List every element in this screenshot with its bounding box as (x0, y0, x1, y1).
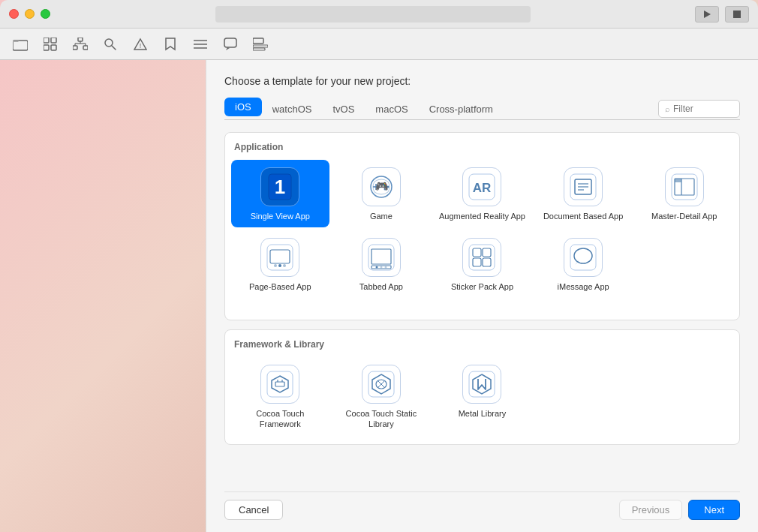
dialog: Choose a template for your new project: … (206, 60, 758, 532)
svg-text:1: 1 (275, 176, 285, 198)
svg-point-51 (283, 264, 286, 267)
ar-icon: AR (462, 167, 501, 206)
next-button[interactable]: Next (688, 500, 740, 520)
bookmark-icon[interactable] (162, 36, 179, 53)
previous-button[interactable]: Previous (619, 500, 683, 520)
single-view-icon: 1 (260, 167, 299, 206)
tabbed-icon (362, 238, 401, 277)
tab-macos[interactable]: macOS (365, 100, 418, 119)
metal-label: Metal Library (459, 408, 507, 419)
filter-icon: ⌕ (665, 104, 670, 113)
template-game[interactable]: 🎮 Game (332, 160, 431, 227)
game-label: Game (370, 211, 393, 221)
title-bar-right (695, 6, 749, 23)
application-section-label: Application (231, 142, 733, 152)
framework-section: Framework & Library (224, 329, 740, 446)
template-sticker-pack[interactable]: Sticker Pack App (433, 230, 531, 298)
tab-watchos[interactable]: watchOS (262, 100, 323, 119)
svg-rect-22 (224, 38, 236, 47)
master-detail-icon (665, 167, 704, 206)
page-based-label: Page-Based App (249, 281, 311, 292)
svg-rect-24 (253, 38, 263, 44)
template-ar[interactable]: AR Augmented Reality App (433, 160, 531, 227)
platform-tabs: iOS watchOS tvOS macOS Cross-platform ⌕ (224, 98, 740, 120)
search-icon[interactable] (102, 36, 119, 53)
main-content: Choose a template for your new project: … (0, 60, 758, 532)
svg-text:!: ! (140, 42, 142, 50)
folder-icon[interactable] (12, 36, 29, 53)
template-single-view[interactable]: 1 Single View App (231, 160, 329, 227)
svg-point-50 (278, 264, 281, 267)
warning-icon[interactable]: ! (132, 36, 149, 53)
template-master-detail[interactable]: Master-Detail App (635, 160, 733, 227)
svg-text:🎮: 🎮 (374, 180, 388, 193)
svg-point-49 (274, 264, 277, 267)
title-bar-search (215, 6, 531, 23)
minimize-button[interactable] (25, 9, 35, 19)
svg-rect-8 (73, 46, 77, 50)
tab-tvos[interactable]: tvOS (322, 100, 365, 119)
cocoa-framework-icon (260, 365, 299, 404)
svg-rect-25 (253, 45, 268, 47)
dialog-footer: Cancel Previous Next (224, 491, 740, 520)
framework-grid: Cocoa Touch Framework (231, 357, 733, 436)
master-detail-label: Master-Detail App (651, 211, 717, 221)
imessage-label: iMessage App (558, 281, 609, 292)
svg-point-56 (380, 266, 382, 269)
cocoa-framework-label: Cocoa Touch Framework (236, 408, 325, 430)
document-icon (564, 167, 603, 206)
svg-rect-66 (267, 371, 293, 397)
svg-rect-9 (83, 46, 88, 50)
svg-rect-1 (733, 11, 741, 18)
svg-line-15 (112, 46, 116, 50)
stop-button[interactable] (725, 6, 749, 23)
metal-icon (462, 365, 501, 404)
tab-ios[interactable]: iOS (224, 98, 262, 116)
filter-input[interactable] (673, 104, 733, 114)
framework-section-label: Framework & Library (231, 339, 733, 350)
svg-point-55 (375, 266, 377, 269)
run-button[interactable] (695, 6, 719, 23)
single-view-label: Single View App (251, 211, 310, 221)
tabbed-label: Tabbed App (359, 281, 403, 292)
content-area: Application 1 Single View App (224, 132, 740, 488)
template-imessage[interactable]: iMessage App (534, 230, 633, 298)
maximize-button[interactable] (41, 9, 50, 19)
template-tabbed[interactable]: Tabbed App (332, 230, 431, 298)
imessage-icon (564, 238, 603, 277)
cocoa-static-icon (362, 365, 401, 404)
svg-rect-6 (51, 45, 56, 50)
svg-rect-4 (51, 38, 56, 43)
title-bar-center (56, 6, 689, 23)
template-page-based[interactable]: Page-Based App (231, 230, 329, 298)
game-icon: 🎮 (362, 167, 401, 206)
sticker-pack-label: Sticker Pack App (451, 281, 513, 292)
application-grid: 1 Single View App (231, 160, 733, 299)
filter-box[interactable]: ⌕ (658, 100, 740, 118)
application-section: Application 1 Single View App (224, 132, 740, 320)
page-based-icon (260, 238, 299, 277)
label-icon[interactable] (252, 36, 269, 53)
close-button[interactable] (9, 9, 19, 19)
template-metal[interactable]: Metal Library (433, 357, 531, 436)
list-icon[interactable] (192, 36, 209, 53)
sticker-pack-icon (462, 238, 501, 277)
document-label: Document Based App (543, 211, 623, 221)
svg-rect-7 (78, 38, 83, 41)
svg-point-57 (384, 266, 387, 269)
tab-cross-platform[interactable]: Cross-platform (419, 100, 504, 119)
cancel-button[interactable]: Cancel (224, 500, 283, 520)
left-panel (0, 60, 206, 532)
template-cocoa-static[interactable]: Cocoa Touch Static Library (332, 357, 431, 436)
svg-rect-3 (44, 38, 49, 43)
template-cocoa-framework[interactable]: Cocoa Touch Framework (231, 357, 329, 436)
nav-buttons: Previous Next (619, 500, 740, 520)
hierarchy-icon[interactable] (72, 36, 89, 53)
template-document[interactable]: Document Based App (534, 160, 633, 227)
svg-rect-43 (672, 174, 697, 200)
speech-icon[interactable] (222, 36, 239, 53)
svg-rect-46 (675, 179, 681, 182)
cocoa-static-label: Cocoa Touch Static Library (337, 408, 426, 430)
svg-rect-5 (44, 45, 49, 50)
grid-icon[interactable] (42, 36, 59, 53)
